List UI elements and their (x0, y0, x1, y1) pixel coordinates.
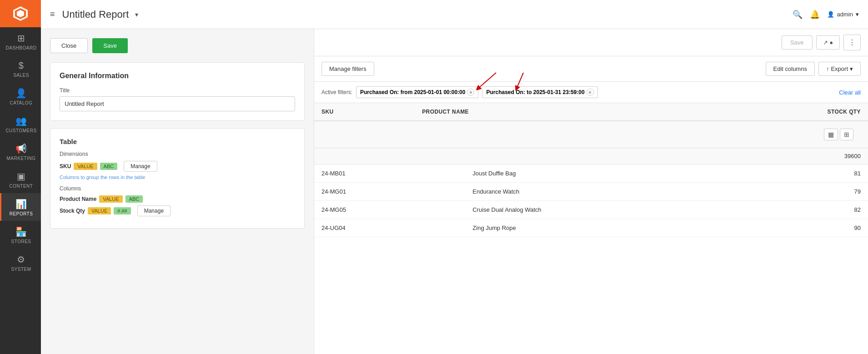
title-input[interactable] (60, 96, 295, 111)
admin-arrow-icon: ▾ (856, 11, 859, 18)
header-left: ≡ Untitled Report ▾ (50, 9, 138, 20)
share-icon: ↗ ● (823, 39, 833, 46)
sidebar: ⊞DASHBOARD$SALES👤CATALOG👥CUSTOMERS📢MARKE… (0, 0, 41, 354)
cell-sku: 24-UG04 (314, 219, 465, 237)
sidebar-item-reports[interactable]: 📊REPORTS (0, 193, 41, 221)
grid-icon[interactable]: ⊞ (840, 129, 853, 140)
page-title-arrow-icon[interactable]: ▾ (135, 11, 138, 18)
marketing-label: MARKETING (7, 156, 36, 161)
table-wrapper: SKU Product Name Stock Qty ▦ (314, 103, 868, 354)
stores-label: STORES (11, 239, 31, 244)
active-filters-label: Active filters: (321, 89, 352, 95)
title-label: Title (60, 87, 295, 94)
filter-chip-2: Purchased On: to 2025-01-31 23:59:00 × (482, 86, 597, 98)
active-filters-row: Active filters: Purchased On: from 2025-… (314, 82, 868, 103)
col-stock-qty: Stock Qty (647, 103, 868, 121)
table-row: 24-MB01 Joust Duffle Bag 81 (314, 165, 868, 183)
columns-section: Columns Product Name VALUE ABC Stock Qty… (60, 185, 295, 216)
sidebar-item-sales[interactable]: $SALES (0, 55, 41, 82)
cell-stock-qty: 90 (787, 219, 868, 237)
cell-stock-qty: 81 (787, 165, 868, 183)
dashboard-label: DASHBOARD (6, 45, 37, 50)
sidebar-item-dashboard[interactable]: ⊞DASHBOARD (0, 27, 41, 55)
sidebar-item-system[interactable]: ⚙SYSTEM (0, 249, 41, 276)
columns-manage-button[interactable]: Manage (137, 205, 171, 216)
export-button[interactable]: ↑ Export ▾ (818, 62, 861, 76)
filter-right-actions: Edit columns ↑ Export ▾ (766, 62, 861, 76)
product-name-dim-label: Product Name (60, 196, 96, 202)
export-icon: ↑ (826, 65, 829, 72)
filter-chip-2-remove[interactable]: × (587, 89, 594, 96)
chart-icons-row: ▦ ⊞ (314, 121, 868, 148)
more-options-button[interactable]: ⋮ (843, 35, 861, 50)
table-row: 24-MG01 Endurance Watch 79 (314, 183, 868, 201)
sidebar-item-customers[interactable]: 👥CUSTOMERS (0, 110, 41, 138)
edit-columns-button[interactable]: Edit columns (766, 62, 815, 76)
cell-stock-qty: 79 (787, 183, 868, 201)
columns-label: Columns (60, 185, 295, 192)
catalog-icon: 👤 (15, 88, 27, 99)
logo[interactable] (0, 0, 41, 27)
product-name-row: Product Name VALUE ABC (60, 195, 295, 203)
main-wrapper: ≡ Untitled Report ▾ 🔍 🔔 👤 admin ▾ Close … (41, 0, 868, 354)
sidebar-item-catalog[interactable]: 👤CATALOG (0, 82, 41, 110)
close-button[interactable]: Close (50, 38, 88, 53)
sidebar-item-content[interactable]: ▣CONTENT (0, 165, 41, 193)
bar-chart-icon[interactable]: ▦ (824, 129, 838, 140)
general-info-title: General Information (60, 72, 295, 80)
sidebar-item-stores[interactable]: 🏪STORES (0, 221, 41, 249)
customers-label: CUSTOMERS (5, 128, 36, 133)
stores-icon: 🏪 (15, 226, 27, 237)
content-area: Close Save General Information Title Tab… (41, 29, 868, 354)
cell-product-name: Zing Jump Rope (465, 219, 787, 237)
page-title: Untitled Report (62, 9, 129, 20)
hamburger-icon[interactable]: ≡ (50, 10, 55, 19)
active-filters-container: Active filters: Purchased On: from 2025-… (314, 82, 868, 103)
table-row: 24-UG04 Zing Jump Rope 90 (314, 219, 868, 237)
header-right: 🔍 🔔 👤 admin ▾ (793, 10, 859, 20)
product-name-abc-tag: ABC (125, 195, 143, 203)
reports-icon: 📊 (15, 199, 27, 209)
dashboard-icon: ⊞ (17, 33, 25, 44)
catalog-label: CATALOG (10, 100, 33, 105)
marketing-icon: 📢 (15, 143, 27, 154)
admin-label: admin (837, 11, 853, 18)
right-save-button[interactable]: Save (782, 35, 813, 50)
sku-dim-label: SKU (60, 163, 71, 170)
notification-icon[interactable]: 🔔 (810, 10, 820, 20)
sidebar-item-marketing[interactable]: 📢MARKETING (0, 138, 41, 165)
filter-chip-1-text: Purchased On: from 2025-01-01 00:00:00 (360, 89, 465, 95)
col-sku: SKU (314, 103, 415, 121)
cell-product-name: Cruise Dual Analog Watch (465, 201, 787, 219)
clear-all-button[interactable]: Clear all (839, 89, 861, 96)
cell-stock-qty: 82 (787, 201, 868, 219)
cell-sku: 24-MG05 (314, 201, 465, 219)
cell-product-name: Endurance Watch (465, 183, 787, 201)
right-panel: Save ↗ ● ⋮ Manage filters Edit columns ↑… (314, 29, 868, 354)
search-icon[interactable]: 🔍 (793, 10, 803, 20)
reports-label: REPORTS (10, 211, 33, 216)
save-button[interactable]: Save (92, 38, 128, 53)
subtotal-row: 39600 (314, 148, 868, 165)
share-button[interactable]: ↗ ● (816, 35, 840, 50)
product-name-value-tag: VALUE (99, 195, 122, 203)
table-header-row: SKU Product Name Stock Qty (314, 103, 868, 121)
stock-qty-dim-label: Stock Qty (60, 208, 85, 214)
subtotal-value: 39600 (647, 148, 868, 165)
sku-abc-tag: ABC (100, 163, 118, 170)
stock-qty-value-tag: VALUE (88, 207, 111, 214)
table-card: Table Dimensions SKU VALUE ABC Manage Co… (50, 128, 305, 229)
admin-menu[interactable]: 👤 admin ▾ (827, 11, 859, 18)
dimensions-label: Dimensions (60, 151, 295, 157)
filter-chip-1-remove[interactable]: × (467, 89, 474, 96)
sku-value-tag: VALUE (74, 163, 97, 170)
cell-sku: 24-MB01 (314, 165, 465, 183)
system-label: SYSTEM (11, 267, 31, 272)
filter-bar: Manage filters Edit columns ↑ Export ▾ (314, 56, 868, 82)
filter-chip-1: Purchased On: from 2025-01-01 00:00:00 × (356, 86, 478, 98)
panel-actions: Close Save (50, 38, 305, 53)
stock-qty-row: Stock Qty VALUE #.## Manage (60, 205, 295, 216)
manage-filters-button[interactable]: Manage filters (321, 62, 374, 76)
dimensions-manage-button[interactable]: Manage (124, 161, 157, 172)
export-arrow-icon: ▾ (850, 65, 853, 72)
